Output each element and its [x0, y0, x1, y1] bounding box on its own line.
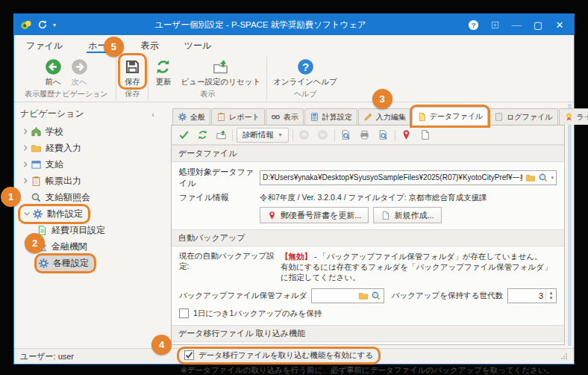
app-icon — [20, 19, 32, 31]
new-document-icon[interactable] — [418, 128, 433, 143]
navigation-panel: ナビゲーション ‹ 学校 経費入力 支給 — [14, 102, 166, 348]
postal-pin-icon[interactable] — [399, 128, 414, 143]
move-down-icon[interactable] — [316, 128, 331, 143]
forward-button[interactable]: 次へ — [67, 55, 92, 87]
screenshot-canvas: ▾ ユーザー個別設定 - P-SPACE 就学奨励費ソフトウェア — ▢ ✕ フ… — [0, 0, 588, 375]
search-folder-icon[interactable] — [371, 291, 381, 301]
nav-item-payment[interactable]: 支給 — [20, 156, 165, 173]
tab-log-file[interactable]: ログファイル — [489, 108, 557, 125]
ribbon-group-label: ヘルプ — [269, 89, 341, 102]
target-file-input[interactable]: D:¥Users¥ynaka¥Desktop¥SyusyoSampleFiles… — [260, 170, 557, 185]
refresh-icon[interactable] — [195, 128, 210, 143]
step-badge-4: 4 — [151, 335, 172, 355]
tab-general[interactable]: 全般 — [172, 108, 210, 125]
section-header-import: データ移行ファイル 取り込み機能 — [172, 325, 564, 342]
clipboard-icon — [216, 112, 226, 122]
quick-access-caret-icon[interactable]: ▾ — [53, 22, 56, 28]
collapse-panel-icon[interactable]: ‹ — [151, 110, 160, 119]
browse-folder-icon[interactable] — [358, 291, 369, 301]
save-button[interactable]: 5 保存 — [120, 55, 145, 87]
tab-display[interactable]: 表示 — [266, 108, 304, 125]
menu-tools[interactable]: ツール — [183, 39, 213, 53]
browse-folder-icon[interactable] — [525, 173, 536, 183]
create-new-button[interactable]: 新規作成... — [373, 207, 441, 223]
target-file-path: D:¥Users¥ynaka¥Desktop¥SyusyoSampleFiles… — [263, 173, 523, 183]
refresh-button[interactable]: 更新 — [151, 55, 175, 87]
enable-import-checkbox[interactable] — [184, 350, 194, 360]
enable-import-row: 4 データ移行ファイルを取り込む機能を有効にする — [179, 349, 378, 362]
minimize-button[interactable]: — — [508, 17, 525, 32]
caret-down-icon[interactable]: ▾ — [551, 175, 554, 181]
move-up-icon[interactable] — [297, 128, 312, 143]
ribbon-tab-bar: ファイル ホーム 表示 ツール — [14, 35, 574, 53]
postal-pin-icon — [267, 211, 277, 220]
panel-toolbar: 診断情報 ▼ — [172, 125, 564, 145]
online-help-button[interactable]: オンラインヘルプ — [269, 55, 341, 87]
reset-view-button[interactable]: ビュー設定のリセット — [177, 55, 264, 87]
nav-item-misc-settings[interactable]: 2 各種設定 — [20, 255, 165, 271]
chevron-right-icon[interactable] — [21, 127, 30, 136]
toolbar-separator — [293, 129, 293, 141]
menu-view[interactable]: 表示 — [140, 39, 160, 53]
refresh-icon — [154, 58, 172, 75]
pin-window-icon[interactable] — [487, 17, 503, 32]
window-title: ユーザー個別設定 - P-SPACE 就学奨励費ソフトウェア — [61, 19, 460, 31]
help-button[interactable] — [465, 17, 481, 32]
back-button[interactable]: 前へ — [41, 55, 66, 87]
tab-report[interactable]: レポート — [211, 108, 265, 125]
update-postal-dictionary-button[interactable]: 郵便番号辞書を更新... — [260, 207, 369, 223]
chevron-right-icon[interactable] — [21, 176, 30, 185]
ribbon-group-save: 5 保存 保存 — [119, 54, 146, 102]
generations-value: 3 — [508, 289, 545, 303]
save-floppy-icon — [124, 58, 141, 75]
back-arrow-icon — [45, 58, 62, 75]
pencil-icon — [363, 112, 373, 122]
print-preview-icon[interactable] — [339, 128, 354, 143]
settings-panel: 診断情報 ▼ — [171, 125, 565, 345]
preview-icon[interactable] — [376, 128, 391, 143]
search-file-icon[interactable] — [538, 173, 548, 183]
school-icon — [31, 126, 42, 137]
generations-stepper[interactable]: 3 ▲▼ — [507, 288, 557, 303]
clipboard-icon — [31, 176, 42, 187]
generations-label: バックアップを保持する世代数 — [392, 291, 503, 301]
award-icon — [564, 112, 574, 122]
tab-data-file[interactable]: 3 データファイル — [412, 107, 488, 125]
gear-icon — [32, 208, 43, 220]
chevron-right-icon[interactable] — [21, 160, 30, 169]
nav-item-report-output[interactable]: 帳票出力 — [20, 173, 165, 189]
new-document-icon — [381, 211, 390, 220]
daily-backup-checkbox[interactable] — [179, 309, 189, 318]
close-button[interactable]: ✕ — [551, 17, 568, 32]
step-badge-3: 3 — [372, 89, 392, 109]
chevron-down-icon[interactable] — [22, 209, 31, 218]
maximize-button[interactable]: ▢ — [530, 17, 546, 32]
section-header-datafile: データファイル — [172, 145, 564, 162]
ribbon-separator — [266, 56, 267, 100]
nav-item-payment-inquiry[interactable]: 支給額照会 — [20, 189, 165, 205]
tab-calculation[interactable]: 計算設定 — [304, 108, 357, 125]
file-icon — [417, 112, 427, 122]
app-window: ▾ ユーザー個別設定 - P-SPACE 就学奨励費ソフトウェア — ▢ ✕ フ… — [13, 13, 575, 365]
reset-layout-icon[interactable] — [213, 128, 228, 143]
file-info-value: 令和7年度 / Ver. 3.2.0.4 / ファイルタイプ: 京都市総合育成支… — [260, 193, 487, 203]
content-scrollbar[interactable] — [568, 104, 572, 346]
target-file-label: 処理対象データファイル — [179, 167, 260, 189]
chevron-right-icon[interactable] — [21, 143, 30, 152]
forward-arrow-icon — [71, 58, 88, 75]
diagnostics-dropdown[interactable]: 診断情報 ▼ — [237, 128, 289, 143]
nav-item-operation-settings[interactable]: 1 動作設定 — [20, 205, 165, 222]
tab-input-edit[interactable]: 入力編集 — [358, 108, 411, 125]
menu-file[interactable]: ファイル — [25, 39, 64, 53]
print-icon[interactable] — [357, 128, 372, 143]
backup-folder-input[interactable] — [311, 288, 384, 303]
apply-check-icon[interactable] — [176, 128, 191, 143]
backup-folder-label: バックアップファイル保管フォルダ — [179, 291, 307, 301]
quick-refresh-icon[interactable] — [37, 19, 48, 30]
daily-backup-label: 1日につき1バックアップのみを保持 — [193, 309, 322, 319]
nav-item-expense-entry[interactable]: 経費入力 — [20, 140, 165, 156]
nav-item-school[interactable]: 学校 — [20, 123, 165, 140]
stepper-arrows[interactable]: ▲▼ — [545, 289, 556, 303]
settings-tab-strip: 全般 レポート 表示 計算設定 入力編集 3 — [171, 107, 565, 125]
tab-license-info[interactable]: ライセンス情報 — [559, 108, 588, 125]
